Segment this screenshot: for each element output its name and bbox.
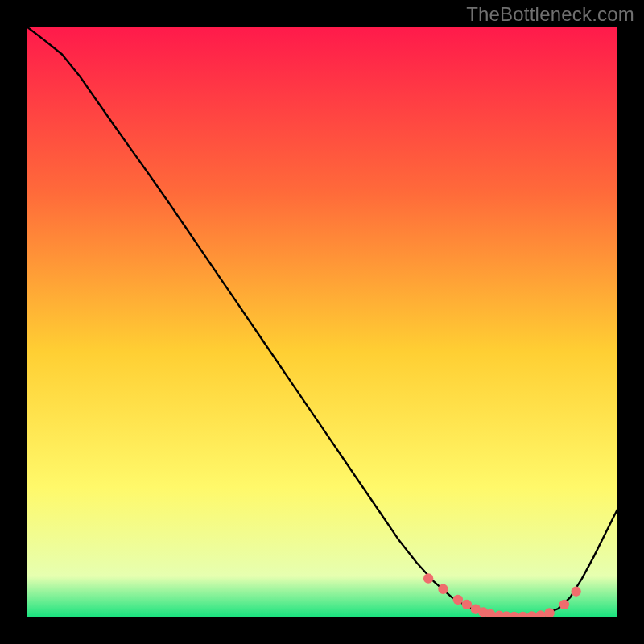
marker-dot xyxy=(453,595,463,605)
marker-dot xyxy=(559,600,569,609)
gradient-background xyxy=(27,27,617,617)
marker-dot xyxy=(571,587,580,597)
plot-area xyxy=(27,27,617,617)
chart-frame: TheBottleneck.com xyxy=(0,0,644,644)
chart-svg xyxy=(27,27,617,617)
marker-dot xyxy=(423,573,433,583)
marker-dot xyxy=(438,584,448,594)
marker-dot xyxy=(462,600,472,609)
watermark-text: TheBottleneck.com xyxy=(466,3,634,26)
